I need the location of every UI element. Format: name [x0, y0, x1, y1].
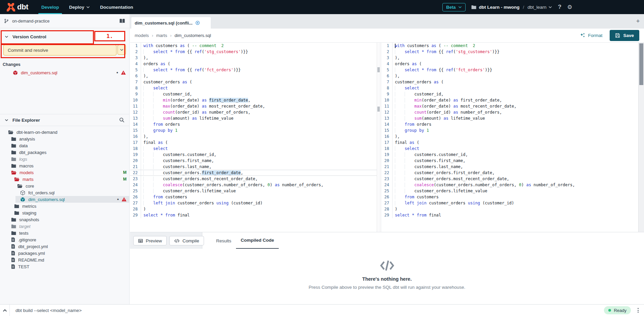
- help-icon[interactable]: ?: [558, 4, 561, 10]
- tree-item-packages-yml[interactable]: packages.yml: [6, 250, 129, 256]
- code-line: 23 customer_orders.most_recent_order_dat…: [381, 176, 638, 182]
- file-icon: [11, 251, 15, 255]
- tree-item-marts[interactable]: martsM: [9, 176, 129, 183]
- nav-documentation[interactable]: Documentation: [95, 0, 138, 14]
- branch-name: on-demand-practice: [12, 19, 49, 24]
- tab-compiled-code[interactable]: Compiled Code: [236, 232, 279, 249]
- code-line: 8 select: [130, 85, 377, 91]
- left-pane-scrollbar[interactable]: [377, 43, 380, 232]
- docs-book-icon[interactable]: [119, 18, 125, 24]
- scrollbar-thumb[interactable]: [639, 43, 643, 85]
- status-bar: dbt build --select <model_name> Ready: [0, 304, 644, 316]
- code-line: 2 select * from {{ ref('stg_customers')}…: [381, 49, 638, 55]
- split-code-editor: 1with customers as ( -- comment 22 selec…: [130, 43, 644, 232]
- line-number: 18: [130, 146, 141, 152]
- code-line: 20 customers.first_name,: [130, 158, 377, 164]
- tree-item-test[interactable]: TEST: [6, 263, 129, 270]
- breadcrumb-marts[interactable]: marts: [156, 33, 167, 38]
- nav-develop[interactable]: Develop: [36, 0, 64, 14]
- dbt-logo[interactable]: dbt: [0, 0, 36, 14]
- tree-item-snapshots[interactable]: snapshots: [6, 216, 129, 223]
- line-number: 15: [381, 127, 393, 133]
- tree-item-label: packages.yml: [18, 251, 45, 256]
- tree-item-data[interactable]: data: [6, 142, 129, 149]
- tree-item--gitignore[interactable]: .gitignore: [6, 236, 129, 243]
- file-tree: dbt-learn-on-demandanalysisdatadbt_packa…: [0, 126, 129, 270]
- file-explorer-header[interactable]: File Explorer: [0, 114, 129, 126]
- tree-item-target[interactable]: target: [6, 223, 129, 230]
- tree-item-label: staging: [22, 210, 36, 215]
- beta-button[interactable]: Beta: [442, 3, 465, 11]
- right-pane-scrollbar[interactable]: [638, 43, 644, 232]
- line-number: 16: [381, 133, 393, 140]
- code-line: 4orders as (: [130, 61, 377, 67]
- commit-and-resolve-button[interactable]: Commit and resolve: [3, 45, 116, 55]
- code-editor-right[interactable]: 1with customers as ( -- comment 22 selec…: [381, 43, 638, 232]
- tree-item-core[interactable]: core: [12, 183, 129, 189]
- breadcrumb-separator: /: [522, 5, 525, 10]
- tree-item-label: README.md: [18, 258, 44, 263]
- changed-file-dim-customers[interactable]: dim_customers.sql •: [0, 69, 129, 76]
- tree-item-tests[interactable]: tests: [6, 230, 129, 236]
- code-editor-left[interactable]: 1with customers as ( -- comment 22 selec…: [130, 43, 377, 232]
- code-line: 5 select * from {{ ref('fct_orders')}}: [381, 67, 638, 73]
- main-area: dim_customers.sql (confli... + models › …: [130, 14, 644, 305]
- line-number: 4: [130, 61, 141, 67]
- code-line: 16),: [130, 133, 377, 140]
- tab-results[interactable]: Results: [211, 232, 236, 249]
- tree-item-dbt-learn-on-demand[interactable]: dbt-learn-on-demand: [3, 129, 129, 135]
- code-line: 19 customers.customer_id,: [381, 152, 638, 158]
- scroll-marker: [377, 107, 380, 112]
- line-number: 24: [381, 182, 393, 188]
- compile-button[interactable]: Compile: [169, 236, 204, 245]
- ready-dot-icon: [608, 309, 611, 312]
- nav-deploy[interactable]: Deploy: [64, 0, 95, 14]
- version-control-header[interactable]: Version Control: [0, 31, 129, 43]
- search-icon[interactable]: [119, 117, 125, 123]
- tree-item-macros[interactable]: macros: [6, 162, 129, 169]
- tree-item-metrics[interactable]: metrics: [9, 203, 129, 209]
- line-number: 9: [381, 91, 393, 97]
- line-number: 10: [381, 97, 393, 103]
- format-button[interactable]: Format: [580, 33, 603, 38]
- code-line: 16),: [381, 133, 638, 140]
- git-branch-icon: [4, 18, 9, 24]
- tab-dim-customers[interactable]: dim_customers.sql (confli...: [131, 17, 211, 29]
- git-branch-row[interactable]: on-demand-practice: [0, 14, 129, 28]
- folder-open-icon: [14, 177, 20, 182]
- tree-item-dim-customers-sql[interactable]: dim_customers.sql•: [15, 196, 129, 203]
- save-button[interactable]: Save: [610, 30, 639, 41]
- command-input[interactable]: dbt build --select <model_name>: [10, 308, 604, 313]
- code-line: 27 left join customer_orders using (cust…: [381, 200, 638, 206]
- tree-item-models[interactable]: modelsM: [6, 169, 129, 176]
- preview-button[interactable]: Preview: [133, 236, 167, 245]
- tree-item-readme-md[interactable]: README.md: [6, 256, 129, 263]
- breadcrumb-models[interactable]: models: [135, 33, 149, 38]
- line-number: 24: [130, 182, 141, 188]
- model-cube-icon: [13, 70, 18, 75]
- tree-item-analysis[interactable]: analysis: [6, 135, 129, 142]
- code-line: 26 from customers: [381, 194, 638, 200]
- tree-item-fct-orders-sql[interactable]: fct_orders.sql: [15, 189, 129, 196]
- overflow-menu-icon[interactable]: [636, 307, 640, 314]
- new-tab-button[interactable]: +: [635, 18, 641, 25]
- line-number: 5: [381, 67, 393, 73]
- tree-item-dbt-project-yml[interactable]: dbt_project.yml: [6, 243, 129, 250]
- folder-icon: [11, 218, 16, 222]
- code-line: 11 max(order_date) as most_recent_order_…: [381, 103, 638, 109]
- line-number: 22: [381, 170, 393, 176]
- tree-item-logs[interactable]: logs: [6, 156, 129, 162]
- tree-item-staging[interactable]: staging: [9, 209, 129, 216]
- code-line: 24 coalesce(customer_orders.number_of_or…: [381, 182, 638, 188]
- folder-icon: [11, 144, 16, 148]
- account-project-switcher[interactable]: dbt Learn - mwong / dbt_learn: [471, 5, 552, 10]
- project-name[interactable]: dbt_learn: [528, 5, 552, 10]
- commit-options-button[interactable]: [117, 45, 126, 55]
- code-line: 6),: [381, 73, 638, 79]
- bottom-toolbar: Preview Compile Results Compiled Code: [130, 232, 644, 249]
- collapse-panel-button[interactable]: [0, 305, 10, 316]
- settings-gear-icon[interactable]: ⚙: [567, 4, 572, 10]
- code-line: 5 select * from {{ ref('fct_orders')}}: [130, 67, 377, 73]
- folder-icon: [14, 204, 19, 208]
- tree-item-dbt-packages[interactable]: dbt_packages: [6, 149, 129, 156]
